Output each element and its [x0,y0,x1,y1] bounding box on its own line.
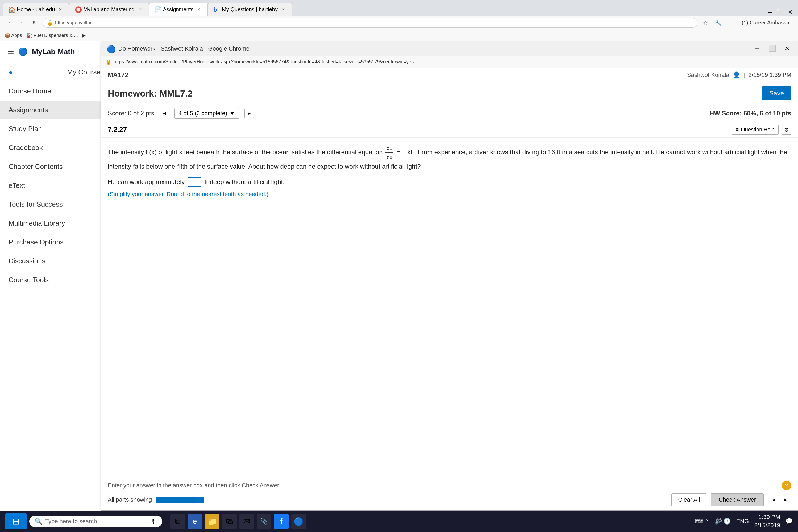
sidebar-item-study-plan-label: Study Plan [8,125,42,133]
taskbar-clock: 1:39 PM 2/15/2019 [754,513,780,530]
sidebar-item-discussions[interactable]: Discussions [0,252,111,270]
fuel-bookmark[interactable]: ⛽ Fuel Dispensers & ... [26,33,78,38]
help-yellow-icon[interactable]: ? [782,481,791,490]
main-content-area: ☰ 🔵 MyLab Math ● My Courses Course Home … [0,41,798,511]
sidebar-item-multimedia-library[interactable]: Multimedia Library [0,214,111,233]
all-parts-label: All parts showing [108,496,152,503]
sidebar-item-course-home[interactable]: Course Home [0,82,111,100]
tab-assignments-close[interactable]: ✕ [195,6,202,13]
tab-bartleby-title: My Questions | bartleby [222,6,278,13]
start-button[interactable]: ⊞ [5,513,26,529]
tab-bartleby-close[interactable]: ✕ [280,6,286,13]
sidebar-item-course-tools[interactable]: Course Tools › [0,270,111,289]
enter-instructions-text: Enter your answer in the answer box and … [108,482,280,489]
answer-input-box[interactable] [188,177,201,187]
maximize-button[interactable]: ⬜ [776,9,784,16]
new-tab-button[interactable]: + [292,4,304,16]
answer-prefix: He can work approximately [108,177,185,187]
answer-line: He can work approximately ft deep withou… [108,177,791,187]
user-avatar-icon: 👤 [733,71,741,79]
popup-maximize-button[interactable]: ⬜ [767,43,778,54]
browser-controls-bar: ‹ › ↻ 🔒 https://openvellur ☆ 🔧 ⋮ (1) Car… [0,16,798,30]
task-view-button[interactable]: ⧉ [170,514,185,529]
back-button[interactable]: ‹ [4,18,14,28]
question-help-button[interactable]: ≡ Question Help [732,125,779,135]
sidebar-item-etext[interactable]: eText [0,176,111,195]
microphone-icon[interactable]: 🎙 [151,518,157,525]
prev-question-button[interactable]: ◄ [159,109,169,118]
sidebar-item-purchase-options[interactable]: Purchase Options [0,233,111,252]
taskbar-pinned-apps: ⧉ e 📁 🛍 ✉ 📎 f 🔵 [170,514,306,529]
popup-lock-icon: 🔒 [106,59,111,65]
hw-date: 2/15/19 1:39 PM [748,72,791,78]
language-indicator: ENG [736,518,749,525]
tab-assignments[interactable]: 📄 Assignments ✕ [149,3,208,16]
sidebar-item-assignments-label: Assignments [8,106,48,114]
file-explorer-button[interactable]: 📁 [205,514,220,529]
tab-home-title: Home - uah.edu [17,6,55,13]
apps-bookmark[interactable]: 📦 Apps [4,33,22,38]
popup-minimize-button[interactable]: ─ [752,43,763,54]
forward-button[interactable]: › [17,18,26,28]
refresh-button[interactable]: ↻ [30,18,39,28]
extensions-button[interactable]: 🔧 [714,18,723,28]
sidebar-item-gradebook[interactable]: Gradebook [0,138,111,157]
math-fraction-dl-dx: dL dx [385,144,394,162]
popup-titlebar: 🔵 Do Homework - Sashwot Koirala - Google… [101,41,798,56]
address-bar[interactable]: 🔒 https://openvellur [42,18,698,28]
popup-favicon: 🔵 [107,45,114,52]
close-window-button[interactable]: ✕ [788,9,793,16]
sidebar-item-assignments[interactable]: Assignments [0,100,111,119]
store-button[interactable]: 🛍 [222,514,237,529]
settings-gear-button[interactable]: ⚙ [782,125,791,135]
tab-mylab[interactable]: ⭕ MyLab and Mastering ✕ [69,3,149,16]
check-answer-button[interactable]: Check Answer [711,493,764,506]
tab-bartleby[interactable]: b My Questions | bartleby ✕ [208,3,292,16]
tab-assignments-favicon: 📄 [155,6,161,13]
taskbar: ⊞ 🔍 Type here to search 🎙 ⧉ e 📁 🛍 ✉ 📎 f … [0,511,798,532]
bookmarks-bar: 📦 Apps ⛽ Fuel Dispensers & ... ▶ [0,30,798,41]
popup-close-button[interactable]: ✕ [782,43,793,54]
sidebar-item-tools-for-success[interactable]: Tools for Success [0,195,111,214]
score-label: Score: 0 of 2 pts [108,110,154,117]
star-button[interactable]: ☆ [701,18,710,28]
sidebar-item-chapter-contents[interactable]: Chapter Contents › [0,157,111,176]
tab-home-close[interactable]: ✕ [57,6,63,13]
windows-icon: ⊞ [13,516,20,527]
career-ambassador-link[interactable]: (1) Career Ambassa... [742,20,794,26]
notification-center-icon[interactable]: 💬 [785,518,793,525]
menu-button[interactable]: ⋮ [726,18,736,28]
hamburger-menu-button[interactable]: ☰ [7,48,14,56]
youtube-bookmark[interactable]: ▶ [82,33,86,38]
homework-title: Homework: MML7.2 [108,88,193,99]
sidebar-item-my-courses[interactable]: ● My Courses [0,63,111,82]
popup-homework-window: 🔵 Do Homework - Sashwot Koirala - Google… [101,41,798,511]
tab-home[interactable]: 🏠 Home - uah.edu ✕ [3,3,69,16]
sidebar-item-discussions-label: Discussions [8,257,45,265]
minimize-button[interactable]: ─ [768,9,772,16]
edge-browser-button[interactable]: e [188,514,202,529]
mail-button[interactable]: ✉ [240,514,254,529]
facebook-button[interactable]: f [274,514,289,529]
pinned-app-6[interactable]: 📎 [257,514,271,529]
sidebar-item-course-home-label: Course Home [8,87,51,95]
question-nav-dropdown[interactable]: 4 of 5 (3 complete) ▼ [174,108,239,119]
bottom-controls: All parts showing Clear All Check Answer… [108,493,791,506]
tab-mylab-favicon: ⭕ [75,6,81,13]
bottom-prev-button[interactable]: ◄ [768,494,779,506]
sidebar-item-study-plan[interactable]: Study Plan [0,119,111,138]
save-button[interactable]: Save [762,87,791,100]
question-body: The intensity L(x) of light x feet benea… [101,137,798,476]
simplify-note: (Simplify your answer. Round to the near… [108,189,791,199]
popup-address-bar[interactable]: 🔒 https://www.mathxl.com/Student/PlayerH… [101,56,798,68]
taskbar-search-box[interactable]: 🔍 Type here to search 🎙 [29,515,162,527]
bottom-next-button[interactable]: ► [780,494,791,506]
differential-equation: dL dx [384,148,396,156]
next-question-button[interactable]: ► [244,109,254,118]
chrome-button[interactable]: 🔵 [291,514,306,529]
tab-bartleby-favicon: b [213,6,220,13]
sidebar-item-my-courses-label: My Courses [67,68,104,76]
browser-window: 🏠 Home - uah.edu ✕ ⭕ MyLab and Mastering… [0,0,798,511]
clear-all-button[interactable]: Clear All [671,493,706,506]
tab-mylab-close[interactable]: ✕ [137,6,144,13]
